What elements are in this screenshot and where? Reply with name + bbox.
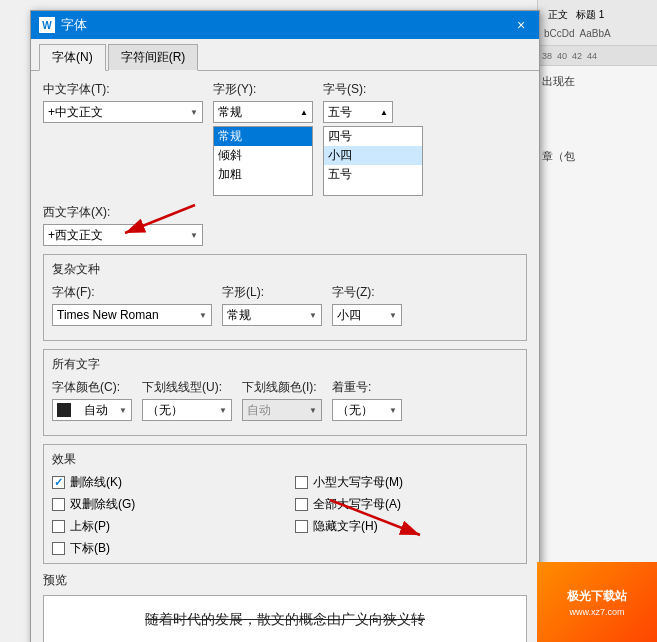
western-font-group: 西文字体(X): +西文正文 ▼ — [43, 204, 203, 246]
effect-strikethrough: ✓ 删除线(K) — [52, 474, 275, 491]
font-style-input[interactable]: 常规 ▲ — [213, 101, 313, 123]
complex-style-group: 字形(L): 常规 ▼ — [222, 284, 322, 326]
dialog-content: 中文字体(T): +中文正文 ▼ 字形(Y): 常规 ▲ 常规 倾斜 加粗 — [31, 71, 539, 642]
row-main-fonts: 中文字体(T): +中文正文 ▼ 字形(Y): 常规 ▲ 常规 倾斜 加粗 — [43, 81, 527, 196]
preview-box: 随着时代的发展，散文的概念由广义向狭义转 — [43, 595, 527, 642]
style-list-item-italic[interactable]: 倾斜 — [214, 146, 312, 165]
font-size-input[interactable]: 五号 ▲ — [323, 101, 393, 123]
font-color-label: 字体颜色(C): — [52, 379, 132, 396]
emphasis-label: 着重号: — [332, 379, 402, 396]
complex-size-label: 字号(Z): — [332, 284, 402, 301]
complex-style-select[interactable]: 常规 ▼ — [222, 304, 322, 326]
complex-style-value: 常规 — [227, 307, 251, 324]
underline-color-select[interactable]: 自动 ▼ — [242, 399, 322, 421]
font-color-select[interactable]: 自动 ▼ — [52, 399, 132, 421]
app-icon: W — [39, 17, 55, 33]
font-size-list[interactable]: 四号 小四 五号 — [323, 126, 423, 196]
cb-double-strike-label: 双删除线(G) — [70, 496, 135, 513]
cb-strikethrough[interactable]: ✓ — [52, 476, 65, 489]
effect-double-strike: 双删除线(G) — [52, 496, 275, 513]
chinese-font-value: +中文正文 — [48, 104, 103, 121]
underline-color-value: 自动 — [247, 402, 271, 419]
complex-style-label: 字形(L): — [222, 284, 322, 301]
cb-strikethrough-label: 删除线(K) — [70, 474, 122, 491]
underline-color-arrow: ▼ — [309, 406, 317, 415]
cb-subscript[interactable] — [52, 542, 65, 555]
chinese-font-arrow: ▼ — [190, 108, 198, 117]
font-size-label: 字号(S): — [323, 81, 423, 98]
toolbar-top: 正文 标题 1 bCcDd AaBbA — [538, 0, 657, 46]
doc-line-1: 出现在 — [542, 74, 653, 89]
styles-row: 正文 标题 1 — [544, 4, 651, 26]
emphasis-select[interactable]: （无） ▼ — [332, 399, 402, 421]
all-text-row: 字体颜色(C): 自动 ▼ 下划线线型(U): （无） ▼ 下划线颜色(I): — [52, 379, 518, 421]
tab-font[interactable]: 字体(N) — [39, 44, 106, 71]
right-toolbar: 正文 标题 1 bCcDd AaBbA 38 40 42 44 出现在 章（包 — [537, 0, 657, 642]
western-font-select[interactable]: +西文正文 ▼ — [43, 224, 203, 246]
color-arrow: ▼ — [119, 406, 127, 415]
cb-all-caps-label: 全部大写字母(A) — [313, 496, 401, 513]
cb-hidden[interactable] — [295, 520, 308, 533]
underline-type-select[interactable]: （无） ▼ — [142, 399, 232, 421]
emphasis-value: （无） — [337, 402, 373, 419]
effect-subscript: 下标(B) — [52, 540, 275, 557]
watermark-sub: www.xz7.com — [569, 607, 624, 617]
effect-small-caps: 小型大写字母(M) — [295, 474, 518, 491]
cb-strikethrough-check: ✓ — [54, 476, 63, 489]
size-list-item-4[interactable]: 四号 — [324, 127, 422, 146]
western-font-label: 西文字体(X): — [43, 204, 203, 221]
font-style-label: 字形(Y): — [213, 81, 313, 98]
tab-row: 字体(N) 字符间距(R) — [31, 39, 539, 71]
underline-color-label: 下划线颜色(I): — [242, 379, 322, 396]
cb-small-caps-label: 小型大写字母(M) — [313, 474, 403, 491]
effects-title: 效果 — [52, 451, 518, 468]
effect-superscript: 上标(P) — [52, 518, 275, 535]
doc-line-2: 章（包 — [542, 149, 653, 164]
title-bar-left: W 字体 — [39, 16, 87, 34]
preview-title: 预览 — [43, 572, 527, 589]
preview-section: 预览 随着时代的发展，散文的概念由广义向狭义转 这是一种TrueType字体，同… — [43, 572, 527, 642]
complex-font-arrow: ▼ — [199, 311, 207, 320]
ruler: 38 40 42 44 — [538, 46, 657, 66]
complex-size-select[interactable]: 小四 ▼ — [332, 304, 402, 326]
underline-type-group: 下划线线型(U): （无） ▼ — [142, 379, 232, 421]
row-western-font: 西文字体(X): +西文正文 ▼ — [43, 204, 527, 246]
underline-color-group: 下划线颜色(I): 自动 ▼ — [242, 379, 322, 421]
font-color-group: 字体颜色(C): 自动 ▼ — [52, 379, 132, 421]
style-list-item-regular[interactable]: 常规 — [214, 127, 312, 146]
effect-hidden: 隐藏文字(H) — [295, 518, 518, 535]
effects-grid: ✓ 删除线(K) 小型大写字母(M) 双删除线(G) 全部大写字母(A — [52, 474, 518, 557]
close-button[interactable]: × — [511, 15, 531, 35]
style-list-item-bold[interactable]: 加粗 — [214, 165, 312, 184]
effects-section: 效果 ✓ 删除线(K) 小型大写字母(M) 双删除线(G) — [43, 444, 527, 564]
font-style-scroll-up: ▲ — [300, 108, 308, 117]
cb-all-caps[interactable] — [295, 498, 308, 511]
complex-font-group: 字体(F): Times New Roman ▼ — [52, 284, 212, 326]
complex-font-value: Times New Roman — [57, 308, 159, 322]
all-text-section: 所有文字 字体颜色(C): 自动 ▼ 下划线线型(U): （无） ▼ — [43, 349, 527, 436]
font-size-group: 字号(S): 五号 ▲ 四号 小四 五号 — [323, 81, 423, 196]
cb-subscript-label: 下标(B) — [70, 540, 110, 557]
chinese-font-group: 中文字体(T): +中文正文 ▼ — [43, 81, 203, 196]
underline-type-label: 下划线线型(U): — [142, 379, 232, 396]
chinese-font-select[interactable]: +中文正文 ▼ — [43, 101, 203, 123]
font-color-value: 自动 — [84, 402, 108, 419]
tab-spacing[interactable]: 字符间距(R) — [108, 44, 199, 71]
complex-style-arrow: ▼ — [309, 311, 317, 320]
complex-size-arrow: ▼ — [389, 311, 397, 320]
doc-text-area: 出现在 章（包 — [538, 66, 657, 172]
font-style-list[interactable]: 常规 倾斜 加粗 — [213, 126, 313, 196]
chinese-font-label: 中文字体(T): — [43, 81, 203, 98]
cb-superscript[interactable] — [52, 520, 65, 533]
cb-small-caps[interactable] — [295, 476, 308, 489]
size-list-item-5[interactable]: 五号 — [324, 165, 422, 184]
font-size-scroll-up: ▲ — [380, 108, 388, 117]
font-style-value: 常规 — [218, 104, 242, 121]
cb-hidden-label: 隐藏文字(H) — [313, 518, 378, 535]
emphasis-arrow: ▼ — [389, 406, 397, 415]
size-list-item-4sm[interactable]: 小四 — [324, 146, 422, 165]
underline-type-arrow: ▼ — [219, 406, 227, 415]
complex-font-select[interactable]: Times New Roman ▼ — [52, 304, 212, 326]
western-font-arrow: ▼ — [190, 231, 198, 240]
cb-double-strike[interactable] — [52, 498, 65, 511]
